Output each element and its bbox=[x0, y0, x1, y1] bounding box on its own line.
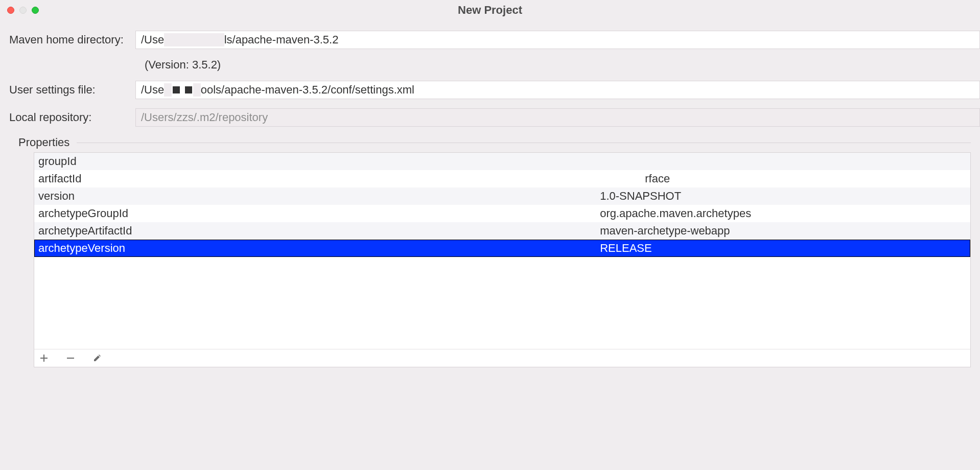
maven-home-label: Maven home directory: bbox=[9, 33, 135, 46]
maven-version-note: (Version: 3.5.2) bbox=[145, 58, 980, 72]
properties-table-shell: groupIdartifactIdXXXXXXrfaceversion1.0-S… bbox=[34, 152, 971, 349]
property-key: groupId bbox=[34, 153, 596, 170]
properties-section: Properties groupIdartifactIdXXXXXXrfacev… bbox=[18, 136, 971, 367]
property-value: org.apache.maven.archetypes bbox=[596, 205, 970, 222]
new-project-window: New Project Maven home directory: /UseXX… bbox=[0, 0, 980, 470]
edit-button[interactable] bbox=[91, 353, 103, 364]
remove-button[interactable] bbox=[65, 353, 76, 364]
property-key: version bbox=[34, 187, 596, 205]
svg-rect-0 bbox=[67, 358, 74, 359]
window-title: New Project bbox=[0, 4, 980, 17]
titlebar: New Project bbox=[0, 0, 980, 20]
property-key: archetypeArtifactId bbox=[34, 222, 596, 240]
table-toolbar bbox=[34, 349, 971, 367]
table-row[interactable]: archetypeVersionRELEASE bbox=[34, 240, 970, 257]
property-key: artifactId bbox=[34, 170, 596, 187]
section-divider bbox=[77, 143, 971, 143]
table-row[interactable]: groupId bbox=[34, 153, 970, 170]
input-text: /Users/zzs/.m2/repository bbox=[141, 111, 268, 124]
add-button[interactable] bbox=[38, 353, 50, 364]
maven-home-row: Maven home directory: /UseXXXXXXXXls/apa… bbox=[9, 31, 980, 49]
content-area: Maven home directory: /UseXXXXXXXXls/apa… bbox=[0, 20, 980, 367]
property-value: 1.0-SNAPSHOT bbox=[596, 187, 970, 205]
table-row[interactable]: archetypeArtifactIdmaven-archetype-webap… bbox=[34, 222, 970, 240]
input-text: /UseX Xools/apache-maven-3.5.2/conf/sett… bbox=[141, 83, 414, 97]
property-key: archetypeGroupId bbox=[34, 205, 596, 222]
user-settings-label: User settings file: bbox=[9, 83, 135, 97]
table-row[interactable]: archetypeGroupIdorg.apache.maven.archety… bbox=[34, 205, 970, 222]
table-row[interactable]: artifactIdXXXXXXrface bbox=[34, 170, 970, 187]
input-text: /UseXXXXXXXXls/apache-maven-3.5.2 bbox=[141, 33, 338, 46]
table-empty-area bbox=[34, 257, 970, 349]
property-value bbox=[596, 153, 970, 170]
local-repo-input[interactable]: /Users/zzs/.m2/repository bbox=[135, 108, 980, 127]
property-value: maven-archetype-webapp bbox=[596, 222, 970, 240]
property-value: XXXXXXrface bbox=[596, 170, 970, 187]
user-settings-input[interactable]: /UseX Xools/apache-maven-3.5.2/conf/sett… bbox=[135, 81, 980, 99]
property-value: RELEASE bbox=[596, 240, 970, 257]
local-repo-row: Local repository: /Users/zzs/.m2/reposit… bbox=[9, 108, 980, 127]
maven-home-input[interactable]: /UseXXXXXXXXls/apache-maven-3.5.2 bbox=[135, 31, 980, 49]
table-row[interactable]: version1.0-SNAPSHOT bbox=[34, 187, 970, 205]
local-repo-label: Local repository: bbox=[9, 111, 135, 124]
property-key: archetypeVersion bbox=[34, 240, 596, 257]
properties-header: Properties bbox=[18, 136, 971, 149]
user-settings-row: User settings file: /UseX Xools/apache-m… bbox=[9, 81, 980, 99]
properties-table[interactable]: groupIdartifactIdXXXXXXrfaceversion1.0-S… bbox=[34, 153, 970, 257]
properties-title: Properties bbox=[18, 136, 69, 149]
